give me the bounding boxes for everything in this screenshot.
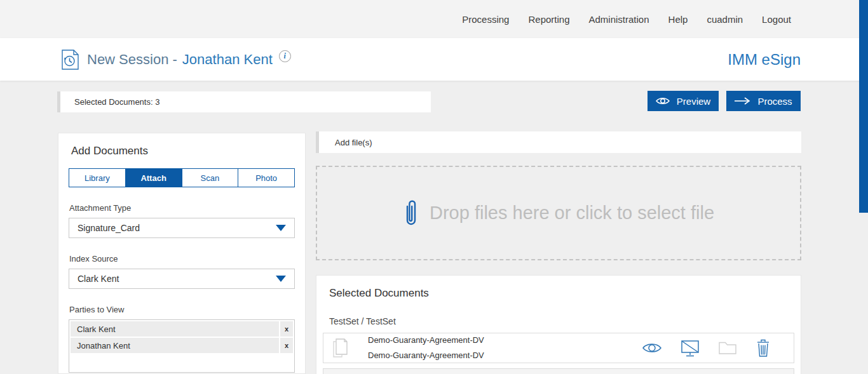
tab-library[interactable]: Library <box>69 169 125 187</box>
page-title: New Session - <box>87 51 177 68</box>
preview-button[interactable]: Preview <box>648 91 719 111</box>
nav-processing[interactable]: Processing <box>462 14 509 25</box>
document-name-line1: Demo-Guaranty-Agreement-DV <box>368 333 484 348</box>
nav-help[interactable]: Help <box>668 14 688 25</box>
process-button[interactable]: Process <box>726 91 801 111</box>
nav-administration[interactable]: Administration <box>589 14 649 25</box>
attachment-type-label: Attachment Type <box>69 203 295 213</box>
parties-to-view-label: Parties to View <box>69 305 295 314</box>
nav-reporting[interactable]: Reporting <box>528 14 569 25</box>
add-documents-panel: Add Documents Library Attach Scan Photo … <box>58 133 306 374</box>
attachment-type-value: Signature_Card <box>78 223 140 233</box>
nav-user-cuadmin[interactable]: cuadmin <box>707 14 743 25</box>
sign-on-display-icon[interactable] <box>681 340 700 357</box>
add-files-label: Add file(s) <box>335 138 372 147</box>
right-edge-accent-bar <box>859 0 868 213</box>
parties-to-view-list: Clark Kent x Jonathan Kent x <box>69 319 295 373</box>
add-files-bar: Add file(s) <box>316 131 801 153</box>
file-dropzone[interactable]: Drop files here or click to select file <box>316 166 801 260</box>
document-row-partial <box>323 368 794 374</box>
selected-documents-title: Selected Documents <box>329 287 801 300</box>
tab-scan[interactable]: Scan <box>182 169 238 187</box>
view-document-eye-icon[interactable] <box>642 342 662 354</box>
selected-documents-summary: Selected Documents: 3 <box>57 91 431 112</box>
paperclip-icon <box>403 198 419 229</box>
chevron-down-icon <box>276 225 286 231</box>
eye-icon <box>656 97 670 105</box>
party-item: Jonathan Kent x <box>71 338 293 353</box>
party-item: Clark Kent x <box>71 321 293 337</box>
session-history-document-icon <box>62 50 79 70</box>
preview-button-label: Preview <box>677 96 710 107</box>
delete-trash-icon[interactable] <box>756 339 771 357</box>
document-name-line2: Demo-Guaranty-Agreement-DV <box>368 348 484 363</box>
document-pages-icon <box>331 338 348 358</box>
info-icon[interactable]: i <box>279 50 291 62</box>
index-source-value: Clark Kent <box>78 274 119 284</box>
document-row: Demo-Guaranty-Agreement-DV Demo-Guaranty… <box>323 333 794 363</box>
add-documents-title: Add Documents <box>71 145 305 157</box>
process-button-label: Process <box>757 96 792 107</box>
selected-documents-count: Selected Documents: 3 <box>74 97 159 107</box>
tab-attach[interactable]: Attach <box>125 169 182 187</box>
add-documents-tabs: Library Attach Scan Photo <box>69 168 295 187</box>
nav-logout[interactable]: Logout <box>762 14 791 25</box>
dropzone-text: Drop files here or click to select file <box>430 203 714 224</box>
document-set-breadcrumb: TestSet / TestSet <box>329 316 801 326</box>
chevron-down-icon <box>276 276 286 282</box>
tab-photo[interactable]: Photo <box>238 169 294 187</box>
folder-icon[interactable] <box>718 341 737 355</box>
index-source-label: Index Source <box>69 254 295 264</box>
top-nav: Processing Reporting Administration Help… <box>0 0 868 38</box>
index-source-select[interactable]: Clark Kent <box>69 269 295 289</box>
arrow-right-icon <box>735 97 750 105</box>
session-name: Jonathan Kent <box>182 51 273 68</box>
remove-party-icon[interactable]: x <box>279 321 293 337</box>
party-name: Clark Kent <box>71 321 279 337</box>
selected-documents-panel: Selected Documents TestSet / TestSet Dem… <box>316 275 801 374</box>
remove-party-icon[interactable]: x <box>279 338 293 353</box>
attachment-type-select[interactable]: Signature_Card <box>69 218 295 238</box>
page-header: New Session - Jonathan Kent i IMM eSign <box>0 38 868 81</box>
party-name: Jonathan Kent <box>71 338 279 353</box>
brand-logo: IMM eSign <box>728 51 801 69</box>
